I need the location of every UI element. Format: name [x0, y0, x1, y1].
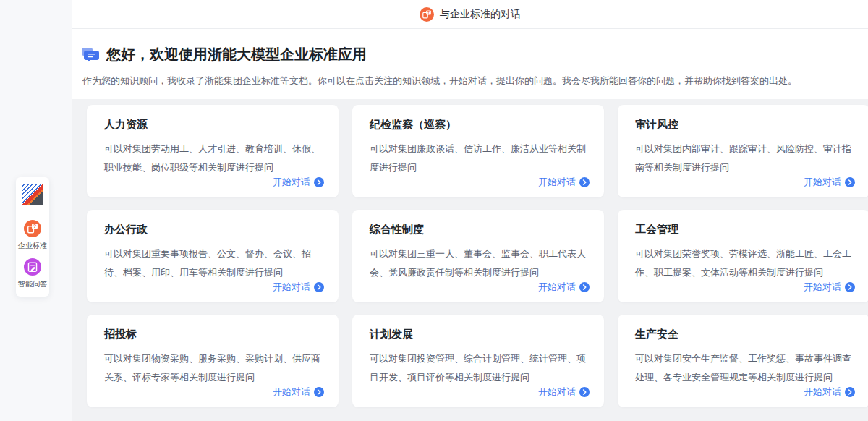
arrow-right-circle-icon [845, 387, 855, 397]
start-chat-link[interactable]: 开始对话 [804, 176, 855, 189]
start-chat-label: 开始对话 [538, 176, 576, 189]
welcome-title-row: 您好，欢迎使用浙能大模型企业标准应用 [81, 45, 854, 64]
start-chat-link[interactable]: 开始对话 [538, 176, 590, 189]
card-title: 计划发展 [370, 328, 587, 341]
start-chat-link[interactable]: 开始对话 [538, 386, 590, 399]
arrow-right-circle-icon [579, 387, 590, 397]
start-chat-link[interactable]: 开始对话 [804, 281, 855, 294]
card-description: 可以对集团廉政谈话、信访工作、廉洁从业等相关制度进行提问 [370, 140, 587, 177]
sidebar-item-enterprise-standard[interactable]: ? 企业标准 [17, 220, 48, 251]
start-chat-label: 开始对话 [538, 281, 576, 294]
card-title: 人力资源 [104, 118, 321, 132]
sidebar-item-label: 智能问答 [18, 279, 47, 289]
start-chat-label: 开始对话 [273, 281, 310, 294]
zhenergy-logo-icon[interactable] [22, 184, 43, 205]
arrow-right-circle-icon [579, 282, 590, 292]
top-header-title-group: ? 与企业标准的对话 [420, 7, 521, 22]
start-chat-label: 开始对话 [804, 176, 841, 189]
welcome-subtitle: 作为您的知识顾问，我收录了浙能集团企业标准等文档。你可以在点击关注的知识领域，开… [82, 75, 854, 99]
arrow-right-circle-icon [314, 387, 324, 397]
topic-card[interactable]: 招投标 可以对集团物资采购、服务采购、采购计划、供应商关系、评标专家等相关制度进… [87, 315, 339, 407]
card-description: 可以对集团三重一大、董事会、监事会、职工代表大会、党风廉政责任制等相关制度进行提… [370, 244, 587, 282]
topic-card[interactable]: 工会管理 可以对集团荣誉奖项、劳模评选、浙能工匠、工会工作、职工提案、文体活动等… [618, 210, 868, 302]
start-chat-label: 开始对话 [273, 386, 310, 399]
topic-card[interactable]: 办公行政 可以对集团重要事项报告、公文、督办、会议、招待、档案、用印、用车等相关… [87, 210, 339, 302]
start-chat-label: 开始对话 [273, 176, 310, 189]
sidebar-item-label: 企业标准 [18, 241, 47, 251]
page: ? 企业标准 智能问答 ? [0, 0, 868, 421]
card-description: 可以对集团内部审计、跟踪审计、风险防控、审计指南等相关制度进行提问 [635, 140, 852, 177]
topic-card[interactable]: 审计风控 可以对集团内部审计、跟踪审计、风险防控、审计指南等相关制度进行提问 开… [618, 105, 868, 197]
sidebar-divider [20, 213, 45, 213]
topic-card[interactable]: 人力资源 可以对集团劳动用工、人才引进、教育培训、休假、职业技能、岗位职级等相关… [87, 105, 339, 197]
card-description: 可以对集团劳动用工、人才引进、教育培训、休假、职业技能、岗位职级等相关制度进行提… [104, 140, 321, 177]
start-chat-link[interactable]: 开始对话 [538, 281, 590, 294]
sidebar-item-smart-qa[interactable]: 智能问答 [17, 258, 48, 289]
topic-card[interactable]: 纪检监察（巡察） 可以对集团廉政谈话、信访工作、廉洁从业等相关制度进行提问 开始… [352, 105, 604, 197]
start-chat-label: 开始对话 [538, 386, 576, 399]
start-chat-link[interactable]: 开始对话 [273, 176, 324, 189]
card-title: 生产安全 [635, 328, 852, 341]
welcome-title: 您好，欢迎使用浙能大模型企业标准应用 [106, 45, 367, 64]
card-description: 可以对集团重要事项报告、公文、督办、会议、招待、档案、用印、用车等相关制度进行提… [104, 244, 321, 282]
card-description: 可以对集团物资采购、服务采购、采购计划、供应商关系、评标专家等相关制度进行提问 [104, 349, 321, 387]
chat-bubbles-icon [81, 47, 99, 63]
card-description: 可以对集团安全生产监督、工作奖惩、事故事件调查处理、各专业安全管理规定等相关制度… [635, 349, 852, 387]
start-chat-label: 开始对话 [804, 386, 841, 399]
card-title: 工会管理 [635, 223, 852, 237]
sidebar-items: ? 企业标准 智能问答 [17, 220, 48, 289]
main-content: ? 与企业标准的对话 您好，欢迎使用浙能大模型企业标准应用 作为您的 [72, 0, 868, 421]
arrow-right-circle-icon [314, 282, 324, 292]
topic-card[interactable]: 生产安全 可以对集团安全生产监督、工作奖惩、事故事件调查处理、各专业安全管理规定… [618, 315, 868, 407]
smart-qa-icon [24, 258, 41, 276]
arrow-right-circle-icon [845, 282, 855, 292]
page-title: 与企业标准的对话 [440, 8, 521, 21]
start-chat-label: 开始对话 [804, 281, 841, 294]
qa-badge-icon: ? [420, 7, 434, 22]
topic-card[interactable]: 计划发展 可以对集团投资管理、综合计划管理、统计管理、项目开发、项目评价等相关制… [352, 315, 604, 407]
card-grid: 人力资源 可以对集团劳动用工、人才引进、教育培训、休假、职业技能、岗位职级等相关… [72, 99, 868, 421]
card-title: 纪检监察（巡察） [370, 118, 587, 132]
arrow-right-circle-icon [845, 177, 855, 187]
topic-card[interactable]: 综合性制度 可以对集团三重一大、董事会、监事会、职工代表大会、党风廉政责任制等相… [352, 210, 604, 302]
card-title: 招投标 [104, 328, 321, 341]
card-description: 可以对集团荣誉奖项、劳模评选、浙能工匠、工会工作、职工提案、文体活动等相关制度进… [635, 244, 852, 282]
start-chat-link[interactable]: 开始对话 [804, 386, 855, 399]
enterprise-standard-icon: ? [24, 220, 41, 237]
sidebar-panel: ? 企业标准 智能问答 [16, 177, 49, 297]
svg-text:?: ? [427, 10, 430, 14]
start-chat-link[interactable]: 开始对话 [273, 281, 324, 294]
top-header: ? 与企业标准的对话 [72, 0, 868, 29]
card-title: 审计风控 [635, 118, 852, 132]
arrow-right-circle-icon [579, 177, 590, 187]
svg-text:?: ? [33, 224, 36, 229]
card-description: 可以对集团投资管理、综合计划管理、统计管理、项目开发、项目评价等相关制度进行提问 [370, 349, 587, 387]
left-rail: ? 企业标准 智能问答 [0, 0, 72, 421]
welcome-section: 您好，欢迎使用浙能大模型企业标准应用 作为您的知识顾问，我收录了浙能集团企业标准… [72, 29, 868, 99]
card-title: 办公行政 [104, 223, 321, 237]
card-title: 综合性制度 [370, 223, 587, 237]
start-chat-link[interactable]: 开始对话 [273, 386, 324, 399]
arrow-right-circle-icon [314, 177, 324, 187]
